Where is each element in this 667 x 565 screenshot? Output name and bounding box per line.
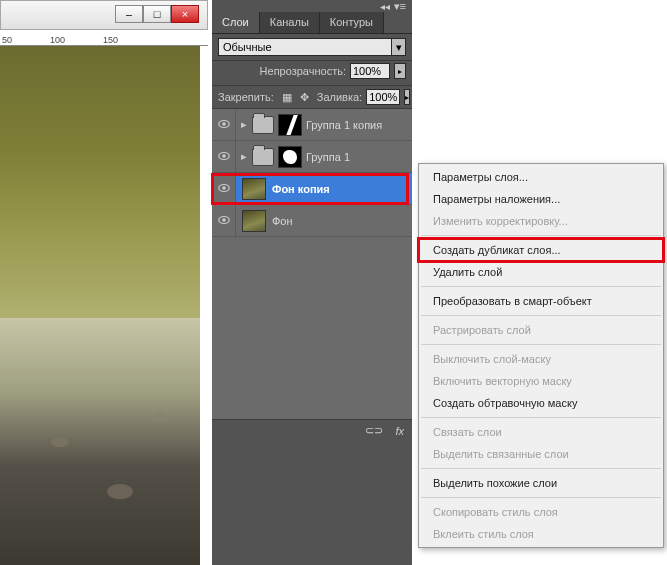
minimize-button[interactable]: – xyxy=(115,5,143,23)
fill-slider-toggle[interactable]: ▸ xyxy=(404,89,410,105)
svg-point-8 xyxy=(222,218,226,222)
layer-panel-footer: ⊂⊃ fx xyxy=(212,419,412,441)
opacity-slider-toggle[interactable]: ▸ xyxy=(394,63,406,79)
menu-item: Связать слои xyxy=(419,421,663,443)
ruler-mark: 150 xyxy=(103,35,118,45)
link-icon[interactable]: ⊂⊃ xyxy=(365,424,383,437)
layers-panel: ◂◂ ▾≡ Слои Каналы Контуры Обычные ▾ Непр… xyxy=(212,0,412,565)
layer-name: Группа 1 xyxy=(306,151,350,163)
lock-label: Закрепить: xyxy=(218,91,274,103)
panel-tabs: Слои Каналы Контуры xyxy=(212,12,412,34)
menu-separator xyxy=(421,497,661,498)
close-icon: × xyxy=(182,8,188,20)
layer-row-fon[interactable]: Фон xyxy=(212,205,412,237)
fill-input[interactable]: 100% xyxy=(366,89,400,105)
menu-item: Скопировать стиль слоя xyxy=(419,501,663,523)
tab-label: Каналы xyxy=(270,16,309,28)
ruler-mark: 50 xyxy=(2,35,12,45)
panel-menu-icon[interactable]: ▾≡ xyxy=(394,0,406,13)
opacity-input[interactable]: 100% xyxy=(350,63,390,79)
eye-icon xyxy=(217,117,231,133)
blend-mode-value: Обычные xyxy=(218,38,392,56)
menu-separator xyxy=(421,468,661,469)
fill-value: 100% xyxy=(369,91,397,103)
menu-item: Изменить корректировку... xyxy=(419,210,663,232)
menu-item[interactable]: Создать обтравочную маску xyxy=(419,392,663,414)
tab-paths[interactable]: Контуры xyxy=(320,12,384,33)
maximize-button[interactable]: □ xyxy=(143,5,171,23)
menu-item: Вклеить стиль слоя xyxy=(419,523,663,545)
lock-move-icon[interactable]: ✥ xyxy=(300,89,309,105)
menu-separator xyxy=(421,417,661,418)
window-controls: – □ × xyxy=(115,5,199,23)
opacity-row: Непрозрачность: 100% ▸ xyxy=(212,61,412,86)
window-titlebar: – □ × xyxy=(0,0,208,30)
tab-channels[interactable]: Каналы xyxy=(260,12,320,33)
tab-layers[interactable]: Слои xyxy=(212,12,260,33)
menu-item[interactable]: Создать дубликат слоя... xyxy=(419,239,663,261)
panel-header-strip: ◂◂ ▾≡ xyxy=(212,0,412,12)
menu-item[interactable]: Удалить слой xyxy=(419,261,663,283)
menu-item: Включить векторную маску xyxy=(419,370,663,392)
opacity-label: Непрозрачность: xyxy=(260,65,346,77)
eye-icon xyxy=(217,181,231,197)
lock-row: Закрепить: ▦ ✥ Заливка: 100% ▸ xyxy=(212,86,412,109)
svg-point-6 xyxy=(222,186,226,190)
svg-point-4 xyxy=(222,154,226,158)
eye-icon xyxy=(217,149,231,165)
blend-mode-select[interactable]: Обычные ▾ xyxy=(218,38,406,56)
tab-label: Слои xyxy=(222,16,249,28)
layer-row-group1-copy[interactable]: ▸ Группа 1 копия xyxy=(212,109,412,141)
layer-name: Фон xyxy=(272,215,293,227)
minimize-icon: – xyxy=(126,8,132,20)
document-window: – □ × 50 100 150 xyxy=(0,0,208,565)
menu-item: Выделить связанные слои xyxy=(419,443,663,465)
maximize-icon: □ xyxy=(154,8,161,20)
visibility-toggle[interactable] xyxy=(212,109,236,140)
chevron-down-icon[interactable]: ▾ xyxy=(392,38,406,56)
canvas-image-sky xyxy=(0,46,200,318)
eye-icon xyxy=(217,213,231,229)
menu-item[interactable]: Преобразовать в смарт-объект xyxy=(419,290,663,312)
menu-item[interactable]: Параметры наложения... xyxy=(419,188,663,210)
fx-icon[interactable]: fx xyxy=(395,425,404,437)
layer-row-group1[interactable]: ▸ Группа 1 xyxy=(212,141,412,173)
canvas[interactable] xyxy=(0,46,200,565)
menu-item[interactable]: Параметры слоя... xyxy=(419,166,663,188)
layer-row-fon-copy[interactable]: Фон копия xyxy=(212,173,412,205)
layer-thumbnail[interactable] xyxy=(242,178,266,200)
mask-thumbnail[interactable] xyxy=(278,114,302,136)
layer-thumbnail[interactable] xyxy=(242,210,266,232)
layer-name: Фон копия xyxy=(272,183,330,195)
menu-separator xyxy=(421,286,661,287)
horizontal-ruler: 50 100 150 xyxy=(0,30,208,46)
visibility-toggle[interactable] xyxy=(212,205,236,236)
visibility-toggle[interactable] xyxy=(212,173,236,204)
lock-transparency-icon[interactable]: ▦ xyxy=(282,89,292,105)
ruler-mark: 100 xyxy=(50,35,65,45)
close-button[interactable]: × xyxy=(171,5,199,23)
canvas-image-rocks xyxy=(0,318,200,565)
menu-item[interactable]: Выделить похожие слои xyxy=(419,472,663,494)
fill-label: Заливка: xyxy=(317,91,362,103)
collapse-icon[interactable]: ◂◂ xyxy=(380,1,390,12)
expand-icon[interactable]: ▸ xyxy=(236,150,252,163)
layer-context-menu: Параметры слоя...Параметры наложения...И… xyxy=(418,163,664,548)
menu-separator xyxy=(421,315,661,316)
menu-item: Растрировать слой xyxy=(419,319,663,341)
layer-list: ▸ Группа 1 копия ▸ Группа 1 Фон копия Фо… xyxy=(212,109,412,419)
menu-item: Выключить слой-маску xyxy=(419,348,663,370)
folder-icon xyxy=(252,148,274,166)
mask-thumbnail[interactable] xyxy=(278,146,302,168)
menu-separator xyxy=(421,344,661,345)
menu-separator xyxy=(421,235,661,236)
folder-icon xyxy=(252,116,274,134)
layer-name: Группа 1 копия xyxy=(306,119,382,131)
blend-mode-row: Обычные ▾ xyxy=(212,34,412,61)
visibility-toggle[interactable] xyxy=(212,141,236,172)
expand-icon[interactable]: ▸ xyxy=(236,118,252,131)
tab-label: Контуры xyxy=(330,16,373,28)
opacity-value: 100% xyxy=(353,65,381,77)
svg-point-2 xyxy=(222,122,226,126)
